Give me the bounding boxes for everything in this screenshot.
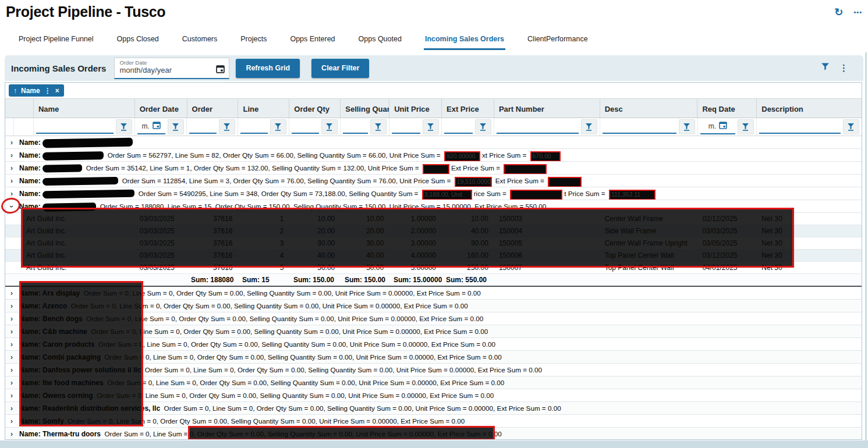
group-name-label: Name: <box>19 138 41 147</box>
order-date-value[interactable]: month/day/year <box>119 66 224 75</box>
filter-cell-selling-quan <box>340 118 389 136</box>
filter-funnel-button[interactable] <box>168 119 184 134</box>
expand-chevron-icon[interactable]: › <box>8 289 16 297</box>
expand-chevron-icon[interactable]: › <box>8 302 16 310</box>
funnel-icon <box>585 123 593 131</box>
column-header-row: NameOrder DateOrderLineOrder QtySelling … <box>5 98 862 118</box>
column-header-order-qty[interactable]: Order Qty <box>289 99 340 118</box>
inline-redaction-box: 19,510.0000 <box>455 177 492 187</box>
tab-opps-entered[interactable]: Opps Entered <box>289 33 336 50</box>
expand-chevron-icon[interactable]: › <box>8 138 16 147</box>
kebab-menu-icon[interactable]: ⋮ <box>839 63 848 73</box>
filter-input-ext-price[interactable] <box>444 120 473 134</box>
expand-chevron-icon[interactable]: › <box>8 315 16 323</box>
column-header-order[interactable]: Order <box>187 99 238 118</box>
expand-chevron-icon[interactable]: › <box>8 366 16 374</box>
filter-funnel-button[interactable] <box>116 119 132 134</box>
calendar-icon[interactable] <box>719 121 727 131</box>
tab-incoming-sales-orders[interactable]: Incoming Sales Orders <box>424 33 505 50</box>
calendar-icon[interactable] <box>216 65 225 76</box>
group-chip-name[interactable]: ↑ Name ⋮ × <box>9 84 64 97</box>
toolbar: Incoming Sales Orders Order Date month/d… <box>5 55 863 81</box>
group-sum-cell: Sum: 15 <box>238 276 289 284</box>
expand-chevron-icon[interactable]: › <box>8 190 16 198</box>
more-options-icon[interactable]: ••• <box>853 9 862 16</box>
clear-filter-button[interactable]: Clear Filter <box>311 59 369 78</box>
order-date-field[interactable]: Order Date month/day/year <box>114 58 229 79</box>
column-header-req-date[interactable]: Req Date <box>697 99 756 118</box>
filter-input-name[interactable] <box>36 120 114 134</box>
date-filter[interactable]: m. <box>137 120 165 134</box>
expand-chevron-icon[interactable]: › <box>8 151 16 159</box>
filter-input-desc[interactable] <box>603 120 676 134</box>
filter-cell-description <box>756 118 862 136</box>
funnel-icon <box>683 123 690 131</box>
filter-input-selling-quan[interactable] <box>343 120 368 134</box>
expand-chevron-icon[interactable]: › <box>8 177 16 185</box>
name-scribble-redaction <box>42 151 104 161</box>
group-row-text: Name: <box>19 138 137 147</box>
group-row[interactable]: ›Name:Order Sum = 5490295, Line Sum = 34… <box>5 187 862 200</box>
filter-input-line[interactable] <box>240 120 268 134</box>
chip-remove-icon[interactable]: × <box>55 87 59 95</box>
expand-chevron-icon[interactable]: › <box>8 379 16 387</box>
refresh-grid-button[interactable]: Refresh Grid <box>236 59 300 78</box>
column-header-order-date[interactable]: Order Date <box>134 99 187 118</box>
filter-icon[interactable] <box>821 63 830 73</box>
column-header-unit-price[interactable]: Unit Price <box>389 99 441 118</box>
header-actions: ↻ ••• <box>834 6 862 19</box>
calendar-icon[interactable] <box>153 121 161 131</box>
column-header-selling-quan[interactable]: Selling Quan... <box>340 99 389 118</box>
filter-funnel-button[interactable] <box>738 119 754 134</box>
column-header-part-number[interactable]: Part Number <box>494 99 600 118</box>
expand-chevron-icon[interactable]: › <box>8 404 16 413</box>
column-header-ext-price[interactable]: Ext Price <box>441 99 494 118</box>
sort-ascending-icon[interactable]: ↑ <box>13 87 17 95</box>
expand-chevron-icon[interactable]: › <box>8 430 16 438</box>
expand-chevron-icon[interactable]: › <box>8 417 16 425</box>
filter-funnel-button[interactable] <box>423 119 439 134</box>
column-header-desc[interactable]: Desc <box>600 99 697 118</box>
expand-chevron-icon[interactable]: › <box>8 328 16 336</box>
filter-funnel-button[interactable] <box>321 119 338 134</box>
column-header-name[interactable]: Name <box>33 99 134 118</box>
filter-funnel-button[interactable] <box>843 119 859 134</box>
column-header-line[interactable]: Line <box>238 99 289 118</box>
expand-chevron-icon[interactable]: › <box>8 353 16 361</box>
group-name-label: Name: <box>19 164 41 172</box>
tab-opps-quoted[interactable]: Opps Quoted <box>357 33 403 50</box>
filter-input-unit-price[interactable] <box>392 120 420 134</box>
tab-projects[interactable]: Projects <box>239 33 268 50</box>
chip-menu-icon[interactable]: ⋮ <box>44 87 51 95</box>
inline-redaction-box <box>423 164 449 175</box>
filter-cell-order <box>186 118 238 136</box>
expand-chevron-icon[interactable]: › <box>8 392 16 400</box>
inline-redaction-box: 670.00 <box>530 151 561 162</box>
filter-cell-ext-price <box>441 118 494 136</box>
group-row[interactable]: ›Name:Order Sum = 35142, Line Sum = 1, O… <box>5 162 862 175</box>
group-row[interactable]: ›Name: <box>5 136 862 149</box>
filter-funnel-button[interactable] <box>679 119 695 134</box>
tab-opps-closed[interactable]: Opps Closed <box>116 33 160 50</box>
filter-input-part-number[interactable] <box>497 120 579 134</box>
tab-project-pipeline-funnel[interactable]: Project Pipeline Funnel <box>17 33 95 50</box>
expand-chevron-icon[interactable]: › <box>8 164 16 172</box>
filter-funnel-button[interactable] <box>475 119 491 134</box>
group-sum-cell: Sum: 150.00 <box>341 276 389 284</box>
filter-funnel-button[interactable] <box>370 119 387 134</box>
filter-input-order-qty[interactable] <box>292 120 319 134</box>
expand-chevron-icon[interactable]: › <box>8 340 16 349</box>
filter-funnel-button[interactable] <box>270 119 286 134</box>
filter-input-order[interactable] <box>189 120 217 134</box>
inline-redaction-box: 3,188.00, Unit <box>422 190 472 200</box>
date-filter[interactable]: m. <box>700 120 735 134</box>
filter-input-description[interactable] <box>759 120 841 134</box>
tab-clientperformance[interactable]: ClientPerformance <box>526 33 589 50</box>
column-header-description[interactable]: Description <box>756 99 862 118</box>
refresh-icon[interactable]: ↻ <box>834 6 843 19</box>
filter-funnel-button[interactable] <box>581 119 597 134</box>
group-row[interactable]: ›Name:Order Sum = 562797, Line Sum = 82,… <box>5 149 862 162</box>
tab-customers[interactable]: Customers <box>181 33 218 50</box>
filter-funnel-button[interactable] <box>219 119 235 134</box>
group-row[interactable]: ›Name:Order Sum = 112854, Line Sum = 3, … <box>5 175 862 187</box>
